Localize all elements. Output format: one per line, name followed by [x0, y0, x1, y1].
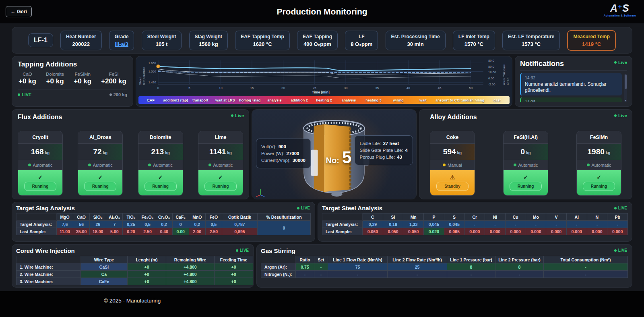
- metric-value: 1620 °C: [241, 41, 284, 47]
- column-header: Si: [383, 213, 403, 221]
- cell: 0.000: [587, 228, 607, 235]
- flux-cards: Cryolit168kgAutomatic✓RunningAl_Dross72k…: [18, 131, 243, 196]
- row-label: 1. Wire Machine:: [17, 263, 81, 271]
- volt-label: Volt(V):: [261, 144, 277, 149]
- status-button[interactable]: Running: [510, 182, 542, 191]
- cell: -: [607, 221, 628, 228]
- check-icon: ✓: [98, 174, 103, 180]
- metric-card-est-processing-time: Est. Processing Time30 min: [386, 31, 446, 50]
- column-header: Feeding Time: [215, 256, 253, 263]
- column-header: Remaining Wire: [166, 256, 215, 263]
- cell: 2.50: [205, 228, 222, 235]
- weight-unit: kg: [457, 151, 462, 155]
- column-header: Cr: [464, 213, 485, 221]
- material-weight: 1980kg: [577, 144, 621, 160]
- metric-label: Slag Weight: [195, 34, 222, 39]
- cell: 75: [328, 263, 388, 271]
- column-header: Al: [566, 213, 587, 221]
- status-button[interactable]: Running: [583, 182, 615, 191]
- flux-live-badge: Live: [231, 113, 244, 118]
- back-button[interactable]: ← Geri: [6, 6, 32, 17]
- tapping-item-name: Dolomite: [46, 72, 64, 77]
- feeder-mode: Automatic: [504, 160, 548, 170]
- flux-card-lime: Lime1141kgAutomatic✓Running: [198, 131, 243, 196]
- scroll-down-arrow-icon[interactable]: ▼: [624, 99, 627, 102]
- notifications-panel: Notifications Live 14:32Numune analizi t…: [515, 56, 632, 106]
- svg-text:10: 10: [219, 86, 223, 90]
- phase-homog-slag: homog+slag: [237, 96, 262, 104]
- wire-type-cell: CaFe: [81, 278, 128, 285]
- column-header: CaF₂: [172, 213, 189, 221]
- metric-card-lf-inlet-temp: LF Inlet Temp1570 °C: [453, 31, 495, 50]
- mode-dot-icon: [514, 164, 516, 166]
- flux-card-cryolit: Cryolit168kgAutomatic✓Running: [18, 131, 63, 196]
- cell: 0.020: [424, 228, 444, 235]
- gas-live-badge: LIVE: [614, 248, 627, 253]
- metric-label: Grade: [115, 34, 129, 39]
- weight-value: 0: [520, 147, 525, 156]
- slag-live-badge: LIVE: [297, 206, 310, 210]
- tapping-item-value: +0 kg: [46, 77, 64, 85]
- column-header: SiO₂: [90, 213, 106, 221]
- cell: -: [464, 221, 485, 228]
- scrollbar-thumb[interactable]: [625, 75, 627, 89]
- header-row: RatioSetLine 1 Flow Rate (Nm³/h)Line 2 F…: [261, 256, 628, 263]
- status-button[interactable]: Running: [204, 182, 237, 191]
- metric-label: Est. LF Temperature: [508, 34, 554, 39]
- cell: -: [587, 221, 607, 228]
- phase-heating-3: heating 3: [361, 96, 386, 104]
- notification-item[interactable]: 14:32Numune analizi tamamlandı. Sonuçlar…: [520, 73, 622, 95]
- tapping-item-value: +0 kg: [74, 77, 91, 85]
- notifications-scrollbar[interactable]: ▼: [624, 74, 627, 102]
- mode-label: Automatic: [518, 163, 538, 168]
- status-button[interactable]: Standby: [436, 182, 469, 191]
- column-header: Set: [314, 256, 328, 263]
- mode-dot-icon: [587, 164, 590, 166]
- cell: 7: [106, 221, 123, 228]
- metric-value: LF-1: [34, 37, 47, 44]
- cell: +0: [215, 278, 253, 285]
- cell: 35.00: [73, 228, 90, 235]
- metric-value: 1560 kg: [195, 41, 222, 47]
- slag-table-host: MgOCaOSiO₂Al₂O₃TiO₂Fe₂O₃Cr₂O₃CaF₂MnOFeOO…: [16, 213, 311, 235]
- tapping-item-cao: CaO+0 kg: [19, 72, 36, 85]
- phase-analysis: analysis: [336, 96, 361, 104]
- cell: -: [566, 221, 587, 228]
- tapping-item-name: CaO: [19, 72, 36, 77]
- tapping-live-badge: LIVE: [18, 92, 31, 97]
- gas-table: RatioSetLine 1 Flow Rate (Nm³/h)Line 2 F…: [261, 256, 628, 278]
- material-weight: 594kg: [430, 144, 475, 160]
- metrics-bar: LF-1Heat Number200022GradeIII-a/3Steel W…: [12, 27, 632, 53]
- status-button[interactable]: Running: [84, 182, 116, 191]
- cell: 0,045: [424, 221, 444, 228]
- weight-unit: kg: [45, 151, 50, 155]
- status-button[interactable]: Running: [144, 182, 177, 191]
- cell: 0.000: [526, 228, 546, 235]
- status-button[interactable]: Running: [24, 182, 56, 191]
- svg-text:50.0: 50.0: [488, 65, 494, 68]
- 3d-axis-gizmo-icon[interactable]: [255, 186, 266, 197]
- cell: 1,33: [403, 221, 424, 228]
- analysis-table: CSiMnPSCrNiCuMoVAlNPbTarget Analysis:0,3…: [322, 213, 628, 235]
- metric-value: 400 O₂ppm: [303, 41, 332, 47]
- feeder-status: ✓Running: [577, 170, 621, 195]
- table-row: 2. Wire Machine:Ca+0+4.800+0Active: [17, 271, 253, 278]
- svg-text:1.650: 1.650: [149, 61, 156, 65]
- svg-text:20: 20: [281, 86, 285, 90]
- material-name: Coke: [430, 131, 475, 144]
- cell: 2.50: [139, 228, 156, 235]
- metric-value-link[interactable]: III-a/3: [115, 41, 129, 47]
- alloy-live-badge: Live: [614, 113, 627, 118]
- notification-time: 14:32: [525, 75, 618, 80]
- chart-ylabel-right: Aşırı Yükleme Oranı: [502, 60, 510, 85]
- table-row: 1. Wire Machine:CaSi+0+4.800+0Active: [17, 263, 253, 271]
- weight-value: 594: [443, 147, 456, 156]
- table-row: Nitrogen (N₂):-------: [261, 271, 628, 278]
- top-header: ← Geri Production Monitoring A+S Automat…: [0, 0, 644, 23]
- notification-item[interactable]: 14:28: [520, 97, 622, 102]
- weight-value: 168: [31, 147, 44, 156]
- phase-wait: wait: [411, 96, 435, 104]
- mode-label: Manual: [448, 163, 462, 168]
- column-header: N: [587, 213, 607, 221]
- alloy-card-fesimn: FeSiMn1980kgAutomatic✓Running: [576, 131, 621, 196]
